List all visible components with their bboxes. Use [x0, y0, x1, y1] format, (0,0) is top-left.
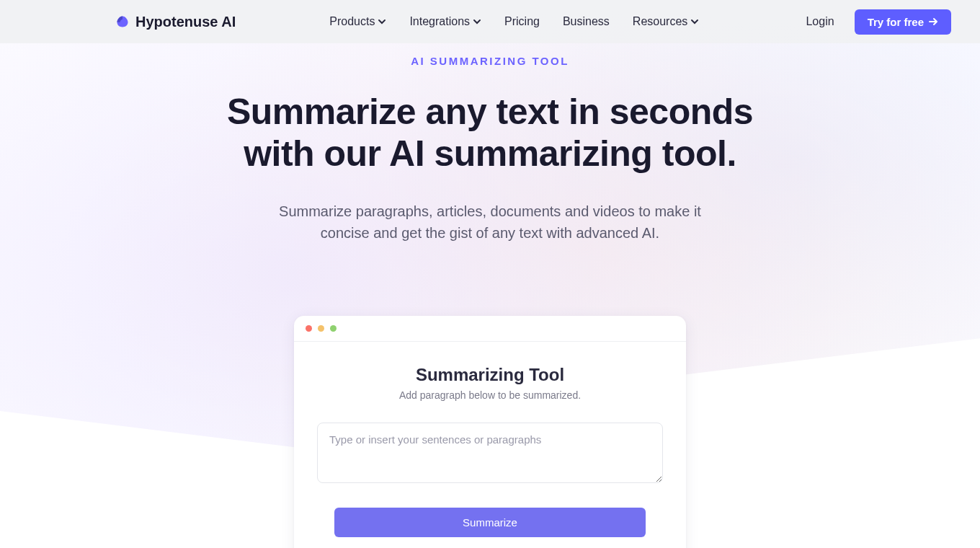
summarize-button[interactable]: Summarize	[334, 508, 646, 537]
window-titlebar	[294, 316, 686, 342]
hero-eyebrow: AI SUMMARIZING TOOL	[0, 55, 980, 67]
nav-label: Resources	[633, 15, 687, 28]
nav-item-pricing[interactable]: Pricing	[504, 15, 540, 28]
nav-item-integrations[interactable]: Integrations	[409, 15, 481, 28]
sub-line2: concise and get the gist of any text wit…	[321, 225, 659, 241]
window-dot-yellow	[318, 325, 324, 332]
window-dot-red	[306, 325, 312, 332]
hero-section: AI SUMMARIZING TOOL Summarize any text i…	[0, 43, 980, 244]
headline-line2: with our AI summarizing tool.	[244, 133, 736, 174]
nav-item-products[interactable]: Products	[329, 15, 386, 28]
navbar: Hypotenuse AI Products Integrations Pric…	[0, 0, 980, 43]
hero-subheadline: Summarize paragraphs, articles, document…	[0, 200, 980, 244]
summarize-input[interactable]	[317, 423, 663, 483]
nav-links: Products Integrations Pricing Business R…	[329, 15, 699, 28]
tool-subtitle: Add paragraph below to be summarized.	[317, 389, 663, 401]
chevron-down-icon	[378, 17, 386, 26]
chevron-down-icon	[473, 17, 481, 26]
nav-label: Pricing	[504, 15, 540, 28]
window-dot-green	[330, 325, 337, 332]
cta-label: Try for free	[868, 16, 924, 28]
tool-body: Summarizing Tool Add paragraph below to …	[294, 342, 686, 548]
tool-title: Summarizing Tool	[317, 365, 663, 385]
hero-headline: Summarize any text in seconds with our A…	[0, 92, 980, 174]
nav-right: Login Try for free	[806, 9, 951, 35]
nav-item-resources[interactable]: Resources	[633, 15, 699, 28]
arrow-right-icon	[928, 17, 938, 27]
try-for-free-button[interactable]: Try for free	[855, 9, 951, 35]
brand-logo[interactable]: Hypotenuse AI	[115, 14, 236, 30]
headline-line1: Summarize any text in seconds	[227, 92, 753, 132]
login-link[interactable]: Login	[806, 15, 834, 28]
summarizing-tool-card: Summarizing Tool Add paragraph below to …	[294, 316, 686, 548]
nav-label: Products	[329, 15, 375, 28]
nav-label: Business	[563, 15, 610, 28]
sub-line1: Summarize paragraphs, articles, document…	[279, 203, 701, 219]
nav-item-business[interactable]: Business	[563, 15, 610, 28]
nav-label: Integrations	[409, 15, 470, 28]
brand-name: Hypotenuse AI	[135, 14, 236, 30]
brand-logo-icon	[115, 14, 130, 29]
chevron-down-icon	[690, 17, 699, 26]
